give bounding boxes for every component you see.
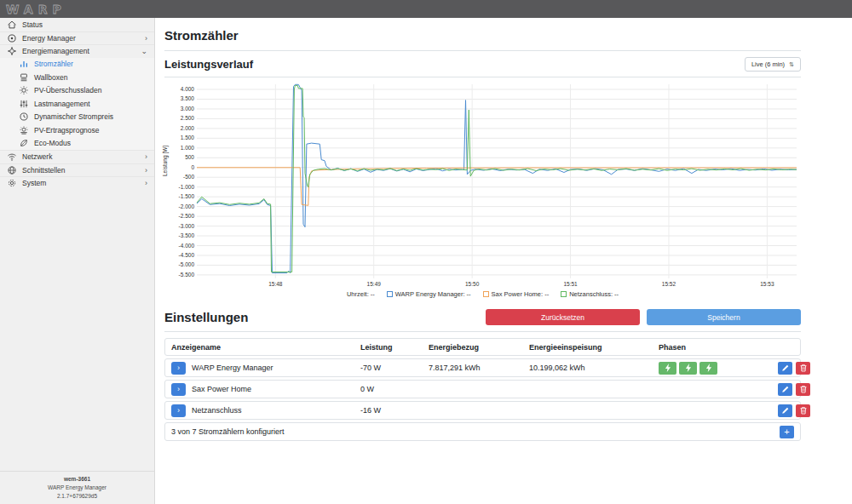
legend-entry[interactable]: Sax Power Home: --	[483, 290, 550, 298]
y-tick-label: -2.000	[179, 203, 195, 209]
settings-header: Einstellungen Zurücksetzen Speichern	[164, 309, 801, 332]
trash-icon	[799, 385, 808, 393]
sidebar-item-pv-ertragsprognose[interactable]: PV-Ertragsprognose	[0, 123, 154, 137]
reset-button[interactable]: Zurücksetzen	[486, 309, 640, 325]
add-meter-button[interactable]: +	[780, 426, 794, 438]
x-tick-label: 15:52	[662, 281, 676, 287]
legend-checkbox[interactable]	[387, 291, 393, 297]
row-actions	[778, 404, 810, 417]
legend-entry[interactable]: WARP Energy Manager: --	[387, 290, 471, 298]
series-warp-energy-manager	[197, 84, 797, 272]
pencil-icon	[781, 385, 790, 393]
meter-name: Netzanschluss	[192, 406, 242, 415]
forecast-icon	[19, 125, 29, 135]
chart-section-header: Leistungsverlauf Live (6 min) ⇅	[164, 51, 801, 77]
delete-button[interactable]	[796, 383, 810, 396]
legend-checkbox[interactable]	[483, 291, 489, 297]
time-range-value: Live (6 min)	[751, 60, 785, 68]
device-icon	[7, 33, 17, 43]
sidebar-item-dynamischer-strompreis[interactable]: Dynamischer Strompreis	[0, 111, 154, 124]
sidebar-item-label: PV-Überschussladen	[34, 86, 147, 94]
edit-button[interactable]	[778, 362, 792, 375]
table-footer-row: 3 von 7 Stromzählern konfiguriert+	[164, 422, 801, 441]
sidebar-item-lastmanagement[interactable]: Lastmanagement	[0, 97, 154, 111]
sidebar-item-label: Energiemanagement	[22, 47, 137, 55]
chevron-right-icon: ›	[145, 34, 147, 43]
expand-row-button[interactable]: ›	[171, 404, 186, 417]
legend-checkbox[interactable]	[561, 291, 567, 297]
table-row: ›Sax Power Home0 W	[164, 380, 801, 398]
table-row: ›WARP Energy Manager-70 W7.817,291 kWh10…	[164, 358, 801, 377]
pencil-icon	[781, 364, 790, 372]
power-chart[interactable]: 4.0003.5003.0002.5002.0001.5001.0005000-…	[171, 81, 800, 289]
sidebar-item-status[interactable]: Status	[0, 18, 154, 32]
settings-buttons: Zurücksetzen Speichern	[486, 309, 801, 325]
sidebar-item-eco-modus[interactable]: Eco-Modus	[0, 137, 154, 151]
y-tick-label: 0	[191, 164, 194, 170]
y-tick-label: -1.000	[179, 184, 195, 190]
x-tick-label: 15:53	[760, 281, 774, 287]
time-range-select[interactable]: Live (6 min) ⇅	[745, 57, 801, 72]
sun-icon	[19, 85, 29, 95]
device-hostname: wem-3661	[0, 475, 154, 484]
energy-icon	[7, 46, 17, 56]
row-actions	[778, 383, 810, 396]
column-header: Energieeinspeisung	[529, 343, 659, 352]
y-axis-title: Leistung [W]	[162, 146, 168, 176]
sidebar-item-schnittstellen[interactable]: Schnittstellen›	[0, 163, 154, 177]
trash-icon	[799, 364, 808, 372]
sliders-icon	[19, 99, 29, 109]
x-tick-label: 15:49	[367, 281, 382, 287]
main-content: Stromzähler Leistungsverlauf Live (6 min…	[155, 18, 852, 504]
y-tick-label: 3.000	[181, 106, 195, 112]
expand-row-button[interactable]: ›	[171, 362, 186, 375]
sidebar-item-label: Status	[22, 20, 147, 29]
sidebar-item-stromzaehler[interactable]: Stromzähler	[0, 58, 154, 72]
settings-title: Einstellungen	[164, 310, 248, 324]
sidebar-item-pv-ueberschussladen[interactable]: PV-Überschussladen	[0, 84, 154, 98]
sidebar-item-label: Stromzähler	[34, 60, 147, 68]
y-tick-label: 1.500	[181, 135, 195, 140]
sidebar-item-energy-manager[interactable]: Energy Manager›	[0, 32, 154, 45]
series-sax-power-home	[197, 168, 797, 206]
meter-power: 0 W	[360, 385, 429, 393]
x-tick-label: 15:51	[563, 281, 578, 287]
column-header: Anzeigename	[171, 343, 360, 352]
delete-button[interactable]	[796, 362, 810, 375]
x-tick-label: 15:50	[465, 281, 480, 287]
leaf-icon	[19, 138, 29, 148]
meter-icon	[19, 59, 29, 69]
meter-table: AnzeigenameLeistungEnergiebezugEnergieei…	[164, 338, 801, 441]
sidebar-item-energiemanagement[interactable]: Energiemanagement⌄	[0, 44, 154, 58]
sidebar-item-wallboxen[interactable]: Wallboxen	[0, 71, 154, 84]
warp-logo-icon: WARP	[4, 2, 106, 17]
delete-button[interactable]	[796, 404, 810, 417]
chart-section-title: Leistungsverlauf	[164, 58, 253, 71]
y-tick-label: 2.000	[181, 125, 195, 131]
sidebar-item-netzwerk[interactable]: Netzwerk›	[0, 150, 154, 163]
sidebar-item-system[interactable]: System›	[0, 176, 154, 190]
expand-row-button[interactable]: ›	[171, 383, 186, 396]
y-tick-label: 500	[185, 154, 194, 160]
y-tick-label: -3.500	[179, 232, 195, 238]
chevron-down-icon: ⌄	[141, 47, 147, 55]
sidebar-item-label: PV-Ertragsprognose	[34, 126, 147, 135]
phase-button[interactable]	[659, 362, 676, 375]
gear-icon	[7, 178, 17, 188]
wallbox-icon	[19, 72, 29, 83]
legend-entry[interactable]: Netzanschluss: --	[561, 290, 619, 298]
y-tick-label: 1.000	[181, 145, 195, 151]
legend-entry-label: Netzanschluss:	[569, 290, 613, 298]
globe-icon	[7, 165, 17, 175]
y-tick-label: 4.000	[181, 86, 195, 92]
warp-logo-text: WARP	[6, 3, 66, 16]
meter-energy-import: 7.817,291 kWh	[429, 364, 529, 372]
clock-icon	[19, 112, 29, 122]
save-button[interactable]: Speichern	[647, 309, 801, 325]
x-tick-label: 15:48	[268, 281, 283, 287]
phase-button[interactable]	[699, 362, 717, 375]
edit-button[interactable]	[778, 383, 792, 396]
y-tick-label: -5.000	[179, 261, 195, 267]
edit-button[interactable]	[778, 404, 792, 417]
phase-button[interactable]	[679, 362, 697, 375]
